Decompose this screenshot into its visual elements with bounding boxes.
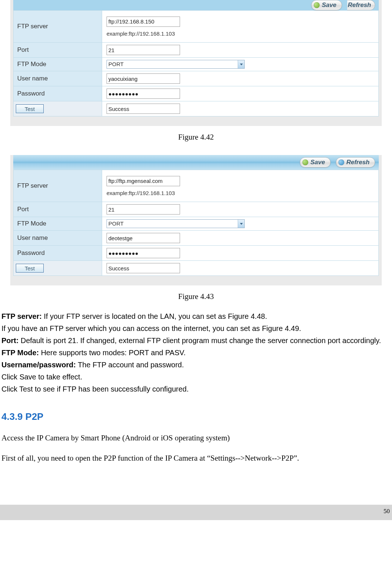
page-footer: 50 [0,505,392,520]
port-input[interactable] [107,45,180,55]
body-text: FTP server: If your FTP server is locate… [1,311,391,395]
label-username: User name [14,231,102,246]
ftp-server-input[interactable] [107,176,180,186]
refresh-button[interactable]: Refresh [336,157,375,167]
ftp-config-panel-1: Save Refresh FTP server example:ftp://19… [10,0,382,126]
section-heading: 4.3.9 P2P [1,411,392,422]
port-input[interactable] [107,204,180,215]
label-password: Password [14,86,102,101]
save-button[interactable]: Save [300,157,331,167]
section-body: Access the IP Camera by Smart Phone (And… [1,432,391,464]
save-button[interactable]: Save [311,0,342,10]
label-username: User name [14,71,102,86]
ftp-config-panel-2: Save Refresh FTP server example:ftp://19… [10,155,382,285]
ftp-mode-select[interactable]: PORT [107,219,245,228]
test-button[interactable]: Test [16,104,44,113]
dropdown-arrow-icon [238,60,244,68]
test-status [107,263,180,273]
figure-caption-443: Figure 4.43 [0,292,392,301]
save-icon [302,159,308,165]
username-input[interactable] [107,233,180,243]
ftp-server-input[interactable] [107,17,180,27]
password-input[interactable] [107,89,180,99]
action-bar: Save Refresh [13,155,379,170]
label-port: Port [14,43,102,58]
figure-caption-442: Figure 4.42 [0,133,392,142]
username-input[interactable] [107,73,180,84]
test-button[interactable]: Test [16,264,44,273]
label-port: Port [14,202,102,217]
dropdown-arrow-icon [238,220,244,228]
ftp-mode-select[interactable]: PORT [107,60,245,69]
label-ftp-mode: FTP Mode [14,58,102,71]
ftp-example-text: example:ftp://192.168.1.103 [107,30,175,37]
refresh-icon [338,159,344,165]
ftp-form-table: FTP server example:ftp://192.168.1.103 P… [13,170,379,276]
label-ftp-mode: FTP Mode [14,217,102,231]
password-input[interactable] [107,248,180,258]
label-password: Password [14,246,102,261]
action-bar: Save Refresh [13,0,379,10]
save-icon [314,2,320,8]
page-number: 50 [384,508,390,515]
label-ftp-server: FTP server [14,170,102,202]
label-ftp-server: FTP server [14,11,102,43]
ftp-form-table: FTP server example:ftp://192.168.1.103 P… [13,10,379,116]
refresh-button[interactable]: Refresh [347,0,375,10]
ftp-example-text: example:ftp://192.168.1.103 [107,190,175,196]
test-status [107,104,180,114]
